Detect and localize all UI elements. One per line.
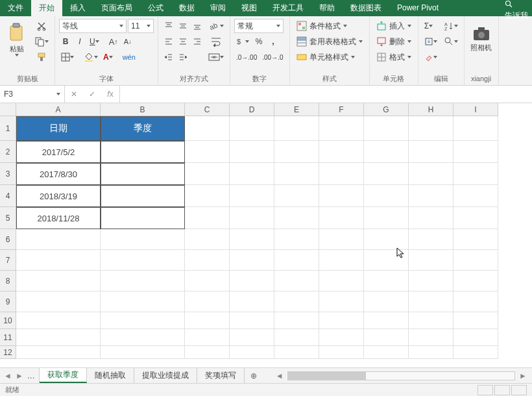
cell[interactable] — [453, 346, 498, 359]
cell[interactable] — [185, 291, 230, 312]
cell[interactable] — [230, 329, 274, 346]
tab-tell-me[interactable]: 告诉我 — [497, 0, 532, 16]
cell[interactable] — [409, 329, 453, 346]
cell[interactable] — [185, 329, 230, 346]
cell[interactable] — [274, 229, 319, 250]
camera-button[interactable]: 照相机 — [467, 18, 496, 60]
font-size-select[interactable]: 11 — [128, 19, 154, 33]
row-header[interactable]: 10 — [0, 312, 16, 329]
cell[interactable] — [16, 312, 101, 329]
row-header[interactable]: 7 — [0, 250, 16, 271]
cell-styles-button[interactable]: 单元格样式 — [294, 50, 357, 64]
autosum-button[interactable]: Σ — [422, 19, 435, 33]
cell[interactable] — [409, 250, 453, 271]
row-header[interactable]: 2 — [0, 141, 16, 163]
number-format-select[interactable]: 常规 — [234, 19, 284, 33]
tab-formula[interactable]: 公式 — [140, 0, 171, 16]
cell[interactable] — [364, 185, 409, 207]
cell[interactable] — [274, 207, 319, 229]
tab-view[interactable]: 视图 — [234, 0, 265, 16]
cell[interactable]: 季度 — [101, 116, 185, 141]
cell[interactable] — [274, 312, 319, 329]
tab-home[interactable]: 开始 — [31, 0, 62, 16]
cell[interactable] — [230, 312, 274, 329]
cell[interactable] — [409, 141, 453, 163]
cell[interactable] — [101, 229, 185, 250]
row-header[interactable]: 6 — [0, 229, 16, 250]
cell[interactable] — [230, 346, 274, 359]
sheet-tab-3[interactable]: 奖项填写 — [197, 368, 245, 383]
orientation-button[interactable]: ab — [206, 19, 226, 33]
column-header[interactable]: B — [101, 103, 185, 116]
cell[interactable] — [185, 250, 230, 271]
cell[interactable] — [364, 116, 409, 141]
column-header[interactable]: C — [185, 103, 230, 116]
cell[interactable] — [319, 141, 364, 163]
fill-color-button[interactable] — [82, 50, 100, 64]
cell[interactable] — [453, 141, 498, 163]
cell[interactable] — [230, 229, 274, 250]
fx-button[interactable]: fx — [101, 86, 119, 103]
cell[interactable] — [364, 312, 409, 329]
cell[interactable] — [185, 346, 230, 359]
column-header[interactable]: G — [364, 103, 409, 116]
sort-filter-button[interactable]: AZ — [442, 19, 460, 33]
cell[interactable] — [230, 116, 274, 141]
cell[interactable] — [101, 312, 185, 329]
cell[interactable] — [409, 312, 453, 329]
cell[interactable] — [319, 271, 364, 291]
cell[interactable] — [409, 163, 453, 185]
cell[interactable] — [230, 185, 274, 207]
align-center-button[interactable] — [176, 34, 189, 49]
tab-help[interactable]: 帮助 — [311, 0, 343, 16]
cell[interactable] — [409, 207, 453, 229]
border-button[interactable] — [59, 50, 76, 64]
cell[interactable] — [274, 291, 319, 312]
increase-indent-button[interactable] — [176, 50, 189, 64]
row-header[interactable]: 3 — [0, 163, 16, 185]
grid[interactable]: ABCDEFGHI 123456789101112 日期季度2017/5/220… — [0, 103, 532, 367]
cell[interactable] — [274, 116, 319, 141]
cell[interactable] — [185, 229, 230, 250]
cell[interactable] — [364, 271, 409, 291]
conditional-format-button[interactable]: 条件格式 — [294, 19, 350, 33]
add-sheet-button[interactable]: ⊕ — [245, 368, 263, 383]
column-header[interactable]: D — [230, 103, 274, 116]
sheet-tab-active[interactable]: 获取季度 — [40, 368, 87, 383]
cell[interactable] — [409, 271, 453, 291]
cell[interactable] — [364, 207, 409, 229]
cell[interactable] — [185, 163, 230, 185]
row-header[interactable]: 1 — [0, 116, 16, 141]
insert-cells-button[interactable]: 插入 — [374, 19, 414, 33]
nav-next-icon[interactable]: ► — [16, 371, 23, 380]
decrease-indent-button[interactable] — [162, 50, 175, 64]
page-break-view-button[interactable] — [511, 385, 527, 395]
align-right-button[interactable] — [191, 34, 204, 49]
formula-input[interactable] — [120, 86, 532, 103]
align-left-button[interactable] — [162, 34, 175, 49]
cell[interactable] — [16, 346, 101, 359]
cell[interactable] — [230, 250, 274, 271]
row-header[interactable]: 11 — [0, 329, 16, 346]
font-color-button[interactable]: A — [101, 50, 115, 64]
cell[interactable] — [453, 291, 498, 312]
cell[interactable] — [101, 163, 185, 185]
select-all-corner[interactable] — [0, 103, 16, 116]
delete-cells-button[interactable]: 删除 — [374, 34, 414, 49]
font-name-select[interactable]: 等线 — [59, 19, 127, 33]
tab-dev[interactable]: 开发工具 — [265, 0, 311, 16]
cell[interactable] — [16, 250, 101, 271]
cell[interactable] — [230, 163, 274, 185]
underline-button[interactable]: U — [88, 34, 101, 49]
cell[interactable] — [319, 329, 364, 346]
cell[interactable] — [274, 271, 319, 291]
cell[interactable]: 2018/11/28 — [16, 207, 101, 229]
wrap-text-button[interactable] — [206, 34, 226, 49]
cell[interactable] — [274, 346, 319, 359]
cell[interactable] — [274, 141, 319, 163]
find-button[interactable] — [442, 34, 460, 49]
cell[interactable] — [230, 141, 274, 163]
row-header[interactable]: 8 — [0, 271, 16, 291]
column-header[interactable]: A — [16, 103, 101, 116]
tab-chart[interactable]: 数据图表 — [343, 0, 389, 16]
